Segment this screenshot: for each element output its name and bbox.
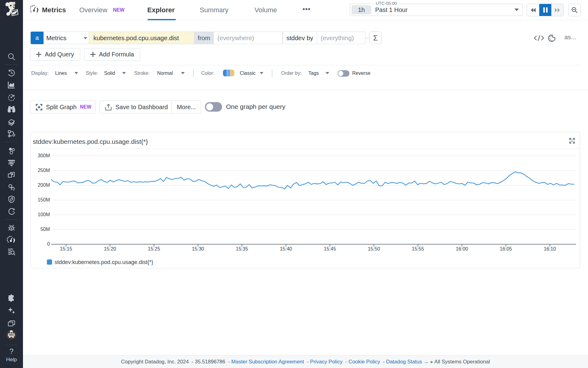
svg-text:15:45: 15:45: [324, 246, 336, 251]
svg-text:16:00: 16:00: [456, 246, 468, 251]
svg-text:300M: 300M: [38, 153, 50, 158]
svg-text:0: 0: [47, 241, 50, 247]
svg-text:200M: 200M: [38, 182, 50, 188]
svg-text:15:40: 15:40: [280, 246, 292, 251]
svg-text:15:30: 15:30: [192, 246, 204, 251]
svg-text:16:05: 16:05: [500, 246, 512, 251]
svg-text:15:50: 15:50: [368, 246, 380, 251]
svg-text:15:35: 15:35: [236, 246, 248, 251]
svg-text:15:25: 15:25: [148, 246, 160, 251]
svg-text:100M: 100M: [38, 212, 50, 217]
svg-text:250M: 250M: [38, 168, 50, 173]
svg-text:16:10: 16:10: [544, 246, 556, 251]
svg-text:15:55: 15:55: [412, 246, 424, 251]
svg-text:15:20: 15:20: [104, 246, 116, 251]
svg-text:15:15: 15:15: [60, 246, 72, 251]
svg-text:50M: 50M: [40, 227, 50, 232]
svg-text:150M: 150M: [38, 197, 50, 202]
